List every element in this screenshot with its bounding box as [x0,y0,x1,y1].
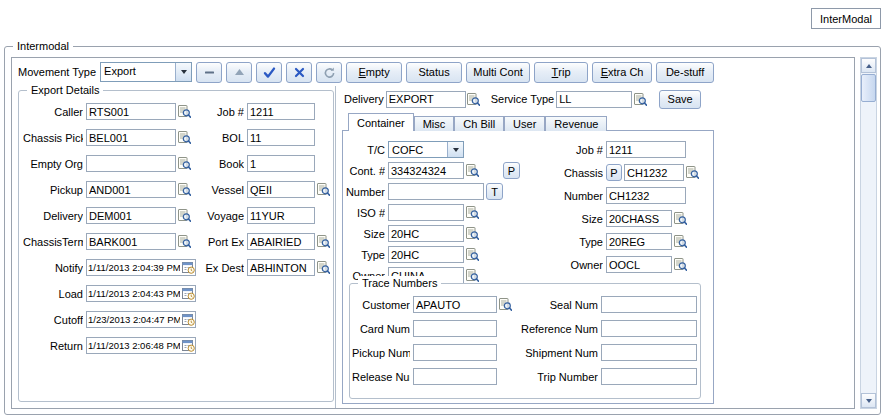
lookup-icon[interactable] [316,235,330,249]
tab-user[interactable]: User [504,116,545,131]
chassis-size-input[interactable] [606,210,672,227]
seal-num-input[interactable] [601,296,697,313]
cutoff-input[interactable] [87,314,181,325]
chevron-down-icon[interactable] [175,63,191,81]
pickup-input[interactable] [86,181,176,198]
datetime-icon[interactable] [181,339,195,352]
port-ex-input[interactable] [247,233,315,250]
lookup-icon[interactable] [673,212,687,226]
de-stuff-button[interactable]: De-stuff [656,62,714,83]
lookup-icon[interactable] [685,166,699,180]
lookup-icon[interactable] [177,235,191,249]
trip-number-input[interactable] [601,368,697,385]
datetime-icon[interactable] [181,313,195,326]
movement-type-combo[interactable]: Export [100,62,192,82]
bol-input[interactable] [247,129,315,146]
container-size-input[interactable] [388,225,464,242]
delivery-type-input[interactable] [386,91,466,108]
lookup-icon[interactable] [465,164,479,178]
tab-ch-bill[interactable]: Ch Bill [454,116,504,131]
toolbar: Movement Type Export Empty Status Multi … [12,58,854,86]
lookup-icon[interactable] [316,183,330,197]
container-type-input[interactable] [388,246,464,263]
chassis-p-button[interactable]: P [606,164,622,181]
number-t-button[interactable]: T [486,183,503,200]
book-input[interactable] [247,155,315,172]
trip-button[interactable]: Trip [534,62,588,83]
remove-button[interactable] [196,62,222,83]
chevron-down-icon[interactable] [447,142,463,157]
return-datetime-field [86,337,196,354]
tab-misc[interactable]: Misc [414,116,455,131]
lookup-icon[interactable] [465,206,479,220]
save-button[interactable]: Save [659,90,701,109]
move-up-button[interactable] [226,62,252,83]
chassis-term-input[interactable] [86,233,176,250]
cont-number-input[interactable] [388,162,464,179]
datetime-icon[interactable] [181,261,195,274]
tab-intermodal[interactable]: InterModal [811,8,881,29]
load-input[interactable] [87,288,181,299]
chassis-pick-input[interactable] [86,129,176,146]
chassis-type-input[interactable] [606,233,672,250]
accept-button[interactable] [256,62,282,83]
lookup-icon[interactable] [465,269,479,283]
lookup-icon[interactable] [465,248,479,262]
lookup-icon[interactable] [177,131,191,145]
lookup-icon[interactable] [673,235,687,249]
scroll-up-button[interactable] [861,58,876,73]
number-input[interactable] [388,183,484,200]
lookup-icon[interactable] [673,258,687,272]
scrollbar-thumb[interactable] [861,74,876,102]
empty-button[interactable]: Empty [346,62,402,83]
release-num-input[interactable] [413,368,497,385]
shipment-num-input[interactable] [601,344,697,361]
voyage-input[interactable] [247,207,315,224]
lookup-icon[interactable] [633,92,647,106]
tc-combo[interactable]: COFC [388,141,464,158]
notify-input[interactable] [87,262,181,273]
scroll-down-button[interactable] [861,393,876,408]
chassis-owner-input[interactable] [606,256,672,273]
pickup-num-input[interactable] [413,344,497,361]
field-row: ISO # [343,204,525,221]
delivery-org-input[interactable] [86,207,176,224]
datetime-icon[interactable] [181,287,195,300]
extra-ch-button[interactable]: Extra Ch [592,62,652,83]
chassis-job-input[interactable] [606,141,686,158]
status-button[interactable]: Status [406,62,462,83]
cutoff-datetime-field [86,311,196,328]
customer-input[interactable] [413,296,497,313]
lookup-icon[interactable] [467,92,481,106]
chassis-input[interactable] [624,164,684,181]
empty-org-input[interactable] [86,155,176,172]
tab-container[interactable]: Container [348,113,414,131]
caller-input[interactable] [86,103,176,120]
lookup-icon[interactable] [177,105,191,119]
tab-revenue[interactable]: Revenue [545,116,607,131]
lookup-icon[interactable] [177,157,191,171]
job-number-input[interactable] [247,103,315,120]
lookup-icon[interactable] [316,261,330,275]
lookup-icon[interactable] [498,298,512,312]
vessel-input[interactable] [247,181,315,198]
refresh-button[interactable] [316,62,342,83]
card-num-input[interactable] [413,320,497,337]
lookup-icon[interactable] [177,183,191,197]
service-type-input[interactable] [556,91,632,108]
lookup-icon[interactable] [177,209,191,223]
iso-input[interactable] [388,204,464,221]
vertical-scrollbar[interactable] [860,57,877,409]
tab-revenue-label: Revenue [554,118,598,130]
return-input[interactable] [87,340,181,351]
cancel-button[interactable] [286,62,312,83]
multi-cont-button[interactable]: Multi Cont [466,62,530,83]
ex-dest-input[interactable] [247,259,315,276]
tab-intermodal-label: InterModal [820,13,872,25]
chassis-number-input[interactable] [606,187,686,204]
lookup-icon[interactable] [465,227,479,241]
chassis-term-label: ChassisTerm [23,236,83,248]
reference-num-input[interactable] [601,320,697,337]
cont-p-button[interactable]: P [503,162,520,179]
notify-datetime-field [86,259,196,276]
